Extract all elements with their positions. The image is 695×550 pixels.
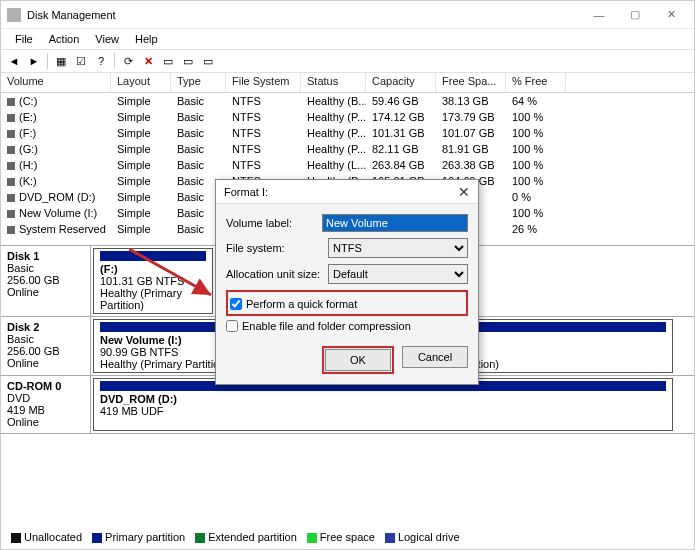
volume-list-header: Volume Layout Type File System Status Ca… (1, 73, 694, 93)
col-free[interactable]: Free Spa... (436, 73, 506, 92)
wizard-icon[interactable]: ▭ (159, 52, 177, 70)
legend-extended: Extended partition (208, 531, 297, 543)
menu-action[interactable]: Action (43, 31, 86, 47)
toolbar: ◄ ► ▦ ☑ ? ⟳ ✕ ▭ ▭ ▭ (1, 49, 694, 73)
legend: Unallocated Primary partition Extended p… (7, 529, 464, 545)
page-icon[interactable]: ▭ (179, 52, 197, 70)
filesystem-select[interactable]: NTFS (328, 238, 468, 258)
volume-row[interactable]: (F:)SimpleBasicNTFSHealthy (P...101.31 G… (1, 125, 694, 141)
properties-icon[interactable]: ☑ (72, 52, 90, 70)
minimize-button[interactable]: — (582, 4, 616, 26)
back-icon[interactable]: ◄ (5, 52, 23, 70)
forward-icon[interactable]: ► (25, 52, 43, 70)
help-icon[interactable]: ? (92, 52, 110, 70)
title-bar: Disk Management — ▢ ✕ (1, 1, 694, 29)
allocation-label: Allocation unit size: (226, 268, 328, 280)
menu-view[interactable]: View (89, 31, 125, 47)
close-button[interactable]: ✕ (654, 4, 688, 26)
col-capacity[interactable]: Capacity (366, 73, 436, 92)
col-status[interactable]: Status (301, 73, 366, 92)
col-pctfree[interactable]: % Free (506, 73, 566, 92)
allocation-select[interactable]: Default (328, 264, 468, 284)
col-filesystem[interactable]: File System (226, 73, 301, 92)
filesystem-label: File system: (226, 242, 328, 254)
delete-icon[interactable]: ✕ (139, 52, 157, 70)
compression-checkbox[interactable] (226, 320, 238, 332)
quick-format-label: Perform a quick format (246, 298, 357, 310)
legend-unallocated: Unallocated (24, 531, 82, 543)
ok-button[interactable]: OK (325, 349, 391, 371)
legend-free: Free space (320, 531, 375, 543)
app-icon (7, 8, 21, 22)
format-dialog: Format I: ✕ Volume label: File system: N… (215, 179, 479, 385)
dialog-title: Format I: (224, 186, 458, 198)
refresh-icon[interactable]: ⟳ (119, 52, 137, 70)
compression-label: Enable file and folder compression (242, 320, 411, 332)
quick-format-checkbox[interactable] (230, 298, 242, 310)
partition[interactable]: (F:)101.31 GB NTFSHealthy (Primary Parti… (93, 248, 213, 314)
page2-icon[interactable]: ▭ (199, 52, 217, 70)
volume-row[interactable]: (G:)SimpleBasicNTFSHealthy (P...82.11 GB… (1, 141, 694, 157)
menu-help[interactable]: Help (129, 31, 164, 47)
volume-row[interactable]: (E:)SimpleBasicNTFSHealthy (P...174.12 G… (1, 109, 694, 125)
legend-primary: Primary partition (105, 531, 185, 543)
maximize-button[interactable]: ▢ (618, 4, 652, 26)
volume-row[interactable]: (C:)SimpleBasicNTFSHealthy (B...59.46 GB… (1, 93, 694, 109)
col-layout[interactable]: Layout (111, 73, 171, 92)
dialog-close-icon[interactable]: ✕ (458, 184, 470, 200)
menu-file[interactable]: File (9, 31, 39, 47)
partition[interactable]: DVD_ROM (D:)419 MB UDF (93, 378, 673, 431)
col-volume[interactable]: Volume (1, 73, 111, 92)
volume-label-label: Volume label: (226, 217, 322, 229)
legend-logical: Logical drive (398, 531, 460, 543)
volume-label-input[interactable] (322, 214, 468, 232)
menu-bar: File Action View Help (1, 29, 694, 49)
grid-icon[interactable]: ▦ (52, 52, 70, 70)
col-type[interactable]: Type (171, 73, 226, 92)
window-title: Disk Management (27, 9, 582, 21)
volume-row[interactable]: (H:)SimpleBasicNTFSHealthy (L...263.84 G… (1, 157, 694, 173)
cancel-button[interactable]: Cancel (402, 346, 468, 368)
